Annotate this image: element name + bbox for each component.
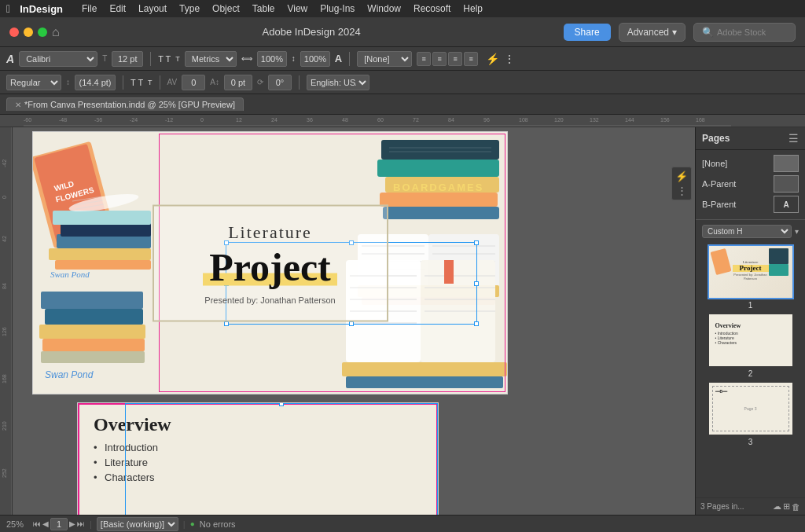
pages-panel-header: Pages ☰ xyxy=(696,127,805,150)
metrics-select[interactable]: Metrics xyxy=(185,51,237,67)
menu-file[interactable]: File xyxy=(75,2,103,16)
svg-rect-66 xyxy=(39,325,145,339)
first-page-btn[interactable]: ⏮ xyxy=(33,519,41,528)
menu-layout[interactable]: Layout xyxy=(132,2,173,16)
align-group: ≡ ≡ ≡ ≡ xyxy=(417,52,478,66)
style-none-select[interactable]: [None] xyxy=(357,51,412,67)
svg-text:-36: -36 xyxy=(94,117,102,123)
svg-rect-64 xyxy=(41,292,143,309)
menu-bar:  InDesign File Edit Layout Type Object … xyxy=(0,0,805,17)
last-page-btn[interactable]: ⏭ xyxy=(77,519,85,528)
horizontal-ruler: -60 -48 -36 -24 -12 0 12 24 36 48 60 72 … xyxy=(0,115,805,127)
status-dot: ● xyxy=(190,519,195,528)
no-errors-label: No errors xyxy=(200,519,236,529)
svg-text:BOARDGAMES: BOARDGAMES xyxy=(393,182,483,193)
advanced-button[interactable]: Advanced ▾ xyxy=(619,23,686,42)
align-center-btn[interactable]: ≡ xyxy=(432,52,447,66)
align-justify-btn[interactable]: ≡ xyxy=(464,52,478,66)
menu-help[interactable]: Help xyxy=(457,2,489,16)
main-area: -42 0 42 84 126 168 210 252 WILD FLOWERS xyxy=(0,127,805,515)
svg-text:168: 168 xyxy=(2,374,7,383)
align-left-btn[interactable]: ≡ xyxy=(417,52,431,66)
scale-y-input[interactable] xyxy=(300,51,330,67)
type-tool-icon[interactable]: A xyxy=(6,53,14,65)
page-1-thumb[interactable]: Literature Project Presented by: Jonatha… xyxy=(708,244,794,299)
next-page-btn[interactable]: ▶ xyxy=(69,519,75,528)
slide2-content: Overview • Introduction • Literature • C… xyxy=(78,403,438,494)
svg-text:-24: -24 xyxy=(130,117,138,123)
none-page-item[interactable]: [None] xyxy=(702,153,799,174)
up-icon: ↕ xyxy=(66,78,70,86)
svg-text:84: 84 xyxy=(448,117,454,123)
pages-count: 3 Pages in... xyxy=(700,502,744,511)
pages-action-cloud[interactable]: ☁ xyxy=(773,501,781,512)
tab-close-btn[interactable]: ✕ xyxy=(15,101,21,109)
pages-panel-menu-icon[interactable]: ☰ xyxy=(788,132,799,145)
menu-window[interactable]: Window xyxy=(361,2,407,16)
font-family-select[interactable]: Calibri xyxy=(19,51,97,67)
pages-actions: ☁ ⊞ 🗑 xyxy=(773,501,800,512)
tool-icon-1[interactable]: ⚡ xyxy=(675,171,688,182)
tt-icon: T T xyxy=(158,54,171,64)
vertical-ruler: -42 0 42 84 126 168 210 252 xyxy=(0,127,13,515)
pages-parent-section: [None] A-Parent B-Parent A xyxy=(696,150,805,218)
slide1-project-text: Project xyxy=(209,244,331,288)
tool-icon-2[interactable]: ⋮ xyxy=(675,185,688,196)
lang-select[interactable]: English: USA xyxy=(307,75,369,90)
style-dropdown[interactable]: [Basic (working)] xyxy=(97,517,178,531)
baseline-input[interactable] xyxy=(224,75,252,90)
kerning-input[interactable] xyxy=(182,75,205,90)
page-3-thumb[interactable]: Page 3 ━━B━━ xyxy=(708,381,794,436)
page-2-thumb[interactable]: Overview • Introduction • Literature • C… xyxy=(708,313,794,368)
svg-text:252: 252 xyxy=(2,468,7,478)
scale-x-input[interactable] xyxy=(257,51,287,67)
menu-recosoft[interactable]: Recosoft xyxy=(407,2,457,16)
pages-action-grid[interactable]: ⊞ xyxy=(783,501,790,512)
status-bar: 25% ⏮ ◀ ▶ ⏭ | [Basic (working)] | ● No e… xyxy=(0,515,805,532)
title-center: Adobe InDesign 2024 xyxy=(263,26,361,38)
align-right-btn[interactable]: ≡ xyxy=(448,52,462,66)
minimize-button[interactable] xyxy=(24,28,33,37)
b-parent-item[interactable]: B-Parent A xyxy=(702,194,799,215)
document-tab[interactable]: ✕ *From Canva Presentation.indd @ 25% [G… xyxy=(6,97,244,111)
home-button[interactable]: ⌂ xyxy=(52,25,60,39)
svg-rect-45 xyxy=(377,160,499,177)
none-label: [None] xyxy=(702,159,727,168)
menu-type[interactable]: Type xyxy=(173,2,206,16)
close-button[interactable] xyxy=(9,28,19,37)
menu-object[interactable]: Object xyxy=(206,2,246,16)
slide-1: WILD FLOWERS Swan Pond xyxy=(32,131,508,394)
custom-h-select[interactable]: Custom H xyxy=(702,225,792,238)
font-size-input[interactable] xyxy=(112,51,143,67)
slide2-list: • Introduction • Literature • Characters xyxy=(94,442,422,483)
menu-table[interactable]: Table xyxy=(246,2,281,16)
page-1-num: 1 xyxy=(748,301,753,310)
baseline-icon: A↕ xyxy=(210,78,219,86)
pages-action-delete[interactable]: 🗑 xyxy=(792,501,800,512)
search-icon: 🔍 xyxy=(702,27,714,38)
a-parent-item[interactable]: A-Parent xyxy=(702,174,799,194)
slide1-center-content: Literature Project Presented by: Jonatha… xyxy=(153,204,388,321)
svg-text:-12: -12 xyxy=(165,117,173,123)
pages-thumbnails: Literature Project Presented by: Jonatha… xyxy=(696,241,805,497)
prev-page-btn[interactable]: ◀ xyxy=(42,519,49,528)
menu-plugins[interactable]: Plug-Ins xyxy=(314,2,361,16)
slide2-title: Overview xyxy=(94,414,422,435)
svg-rect-37 xyxy=(49,248,151,260)
svg-text:-48: -48 xyxy=(59,117,67,123)
maximize-button[interactable] xyxy=(38,28,47,37)
adobe-stock-search[interactable]: 🔍 Adobe Stock xyxy=(693,23,796,42)
style-select[interactable]: Regular xyxy=(6,75,61,90)
expand-icon[interactable]: ▾ xyxy=(795,227,799,236)
svg-text:42: 42 xyxy=(2,236,7,242)
advanced-label: Advanced xyxy=(627,27,669,38)
share-button[interactable]: Share xyxy=(564,24,611,41)
menu-edit[interactable]: Edit xyxy=(103,2,132,16)
leading-input[interactable] xyxy=(75,75,116,90)
page-number-input[interactable] xyxy=(50,518,68,530)
menu-view[interactable]: View xyxy=(281,2,314,16)
canvas-area[interactable]: WILD FLOWERS Swan Pond xyxy=(13,127,695,515)
svg-text:210: 210 xyxy=(2,421,7,431)
angle-input[interactable] xyxy=(268,75,292,90)
apple-menu[interactable]:  xyxy=(6,2,10,15)
